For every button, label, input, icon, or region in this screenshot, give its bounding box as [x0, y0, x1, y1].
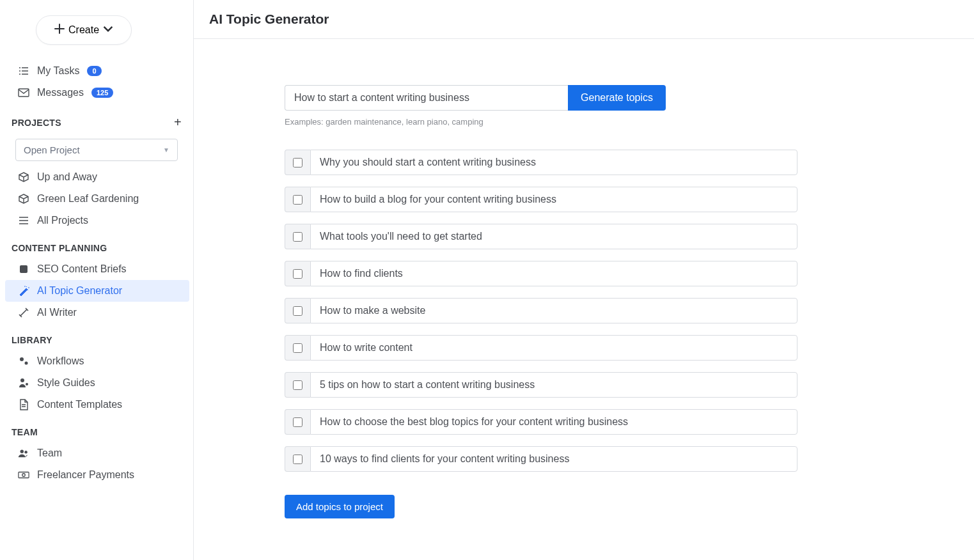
topic-text: 10 ways to find clients for your content…	[310, 446, 797, 472]
nav-label: AI Topic Generator	[37, 285, 122, 297]
nav-label: All Projects	[37, 215, 88, 226]
topic-checkbox-cell	[285, 261, 310, 286]
topic-row: How to make a website	[285, 298, 797, 323]
svg-point-4	[20, 378, 24, 382]
nav-team[interactable]: Team	[0, 442, 193, 464]
topic-checkbox-cell	[285, 150, 310, 175]
magic-icon	[18, 307, 29, 318]
nav-label: Team	[37, 447, 62, 459]
topic-checkbox[interactable]	[293, 158, 302, 167]
project-select-label: Open Project	[24, 144, 80, 155]
generate-button[interactable]: Generate topics	[568, 85, 666, 111]
examples-text: Examples: garden maintenance, learn pian…	[285, 117, 959, 127]
person-gear-icon	[18, 377, 29, 389]
topic-checkbox[interactable]	[293, 306, 302, 316]
svg-point-9	[22, 474, 26, 477]
project-item-all[interactable]: All Projects	[0, 210, 193, 231]
nav-messages[interactable]: Messages 125	[0, 82, 193, 104]
topic-text: Why you should start a content writing b…	[310, 150, 797, 175]
plus-icon	[54, 24, 65, 36]
list-icon	[18, 215, 29, 226]
topic-row: Why you should start a content writing b…	[285, 150, 797, 175]
envelope-icon	[18, 87, 29, 98]
topic-checkbox-cell	[285, 446, 310, 472]
tasks-badge: 0	[87, 66, 101, 76]
doc-icon	[18, 399, 29, 410]
topic-checkbox-cell	[285, 298, 310, 323]
nav-label: My Tasks	[37, 65, 79, 77]
brief-icon	[18, 263, 29, 275]
nav-my-tasks[interactable]: My Tasks 0	[0, 60, 193, 82]
caret-down-icon	[103, 24, 113, 36]
create-button[interactable]: Create	[36, 15, 132, 45]
create-label: Create	[68, 24, 99, 36]
nav-ai-writer[interactable]: AI Writer	[0, 302, 193, 323]
project-item-green-leaf[interactable]: Green Leaf Gardening	[0, 188, 193, 210]
nav-workflows[interactable]: Workflows	[0, 350, 193, 372]
svg-point-3	[25, 362, 28, 365]
svg-rect-1	[20, 265, 27, 273]
page-title: AI Topic Generator	[194, 0, 974, 39]
topic-text: 5 tips on how to start a content writing…	[310, 372, 797, 398]
topic-checkbox[interactable]	[293, 455, 302, 464]
wand-icon	[18, 285, 29, 297]
topic-checkbox-cell	[285, 372, 310, 398]
section-title: CONTENT PLANNING	[12, 243, 107, 253]
nav-content-templates[interactable]: Content Templates	[0, 394, 193, 416]
nav-label: Up and Away	[37, 171, 97, 183]
topic-text: What tools you'll need to get started	[310, 224, 797, 249]
svg-rect-0	[19, 89, 29, 97]
tasks-icon	[18, 65, 29, 77]
gears-icon	[18, 355, 29, 367]
svg-rect-8	[19, 472, 29, 478]
topic-checkbox[interactable]	[293, 417, 302, 427]
topic-row: How to find clients	[285, 261, 797, 286]
topic-text: How to build a blog for your content wri…	[310, 187, 797, 212]
topic-row: What tools you'll need to get started	[285, 224, 797, 249]
money-icon	[18, 469, 29, 481]
cube-icon	[18, 193, 29, 205]
topic-row: How to build a blog for your content wri…	[285, 187, 797, 212]
topic-text: How to write content	[310, 335, 797, 361]
topic-list: Why you should start a content writing b…	[285, 150, 797, 472]
people-icon	[18, 447, 29, 459]
nav-style-guides[interactable]: Style Guides	[0, 372, 193, 394]
topic-row: How to choose the best blog topics for y…	[285, 409, 797, 435]
svg-point-5	[26, 383, 28, 385]
nav-label: Workflows	[37, 355, 84, 367]
topic-checkbox[interactable]	[293, 232, 302, 242]
section-title: LIBRARY	[12, 335, 52, 345]
nav-ai-topic-generator[interactable]: AI Topic Generator	[5, 280, 189, 302]
topic-text: How to choose the best blog topics for y…	[310, 409, 797, 435]
svg-point-6	[20, 450, 24, 453]
nav-seo-briefs[interactable]: SEO Content Briefs	[0, 258, 193, 280]
section-title: PROJECTS	[12, 118, 61, 128]
add-project-icon[interactable]: +	[174, 115, 182, 130]
topic-input[interactable]	[285, 85, 568, 111]
topic-checkbox[interactable]	[293, 195, 302, 205]
topic-text: How to make a website	[310, 298, 797, 323]
nav-label: Content Templates	[37, 399, 122, 410]
topic-checkbox-cell	[285, 187, 310, 212]
project-item-up-and-away[interactable]: Up and Away	[0, 166, 193, 188]
topic-checkbox[interactable]	[293, 269, 302, 279]
section-header-library: LIBRARY	[0, 323, 193, 350]
svg-point-7	[24, 451, 27, 454]
topic-row: 5 tips on how to start a content writing…	[285, 372, 797, 398]
project-select[interactable]: Open Project ▼	[15, 139, 178, 161]
topic-checkbox[interactable]	[293, 380, 302, 390]
nav-label: Style Guides	[37, 377, 95, 389]
section-header-team: TEAM	[0, 416, 193, 442]
section-header-content-planning: CONTENT PLANNING	[0, 231, 193, 258]
topic-checkbox-cell	[285, 224, 310, 249]
topic-checkbox[interactable]	[293, 343, 302, 353]
messages-badge: 125	[91, 88, 113, 98]
content-area: Generate topics Examples: garden mainten…	[194, 39, 974, 560]
topic-row: 10 ways to find clients for your content…	[285, 446, 797, 472]
nav-freelancer-payments[interactable]: Freelancer Payments	[0, 464, 193, 486]
nav-label: Freelancer Payments	[37, 469, 134, 481]
cube-icon	[18, 171, 29, 183]
add-topics-button[interactable]: Add topics to project	[285, 495, 395, 518]
nav-label: AI Writer	[37, 307, 77, 318]
svg-point-2	[20, 357, 24, 361]
